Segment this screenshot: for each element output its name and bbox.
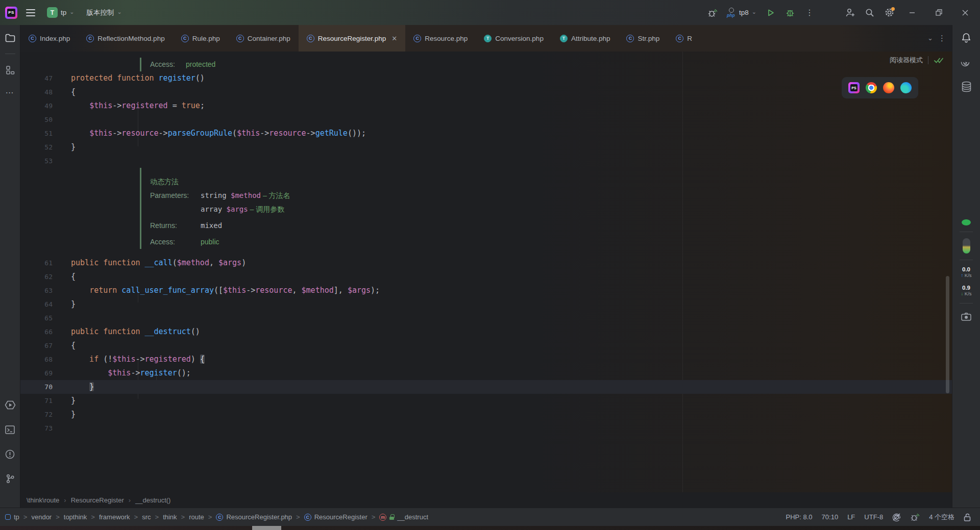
code-line[interactable]: 51 $this->resource->parseGroupRule($this…: [20, 127, 952, 140]
tab-Str.php[interactable]: CStr.php: [618, 25, 668, 52]
tab-Resource.php[interactable]: CResource.php: [405, 25, 476, 52]
hidden-tabs-chevron-icon[interactable]: ⌄: [927, 34, 933, 42]
code-line[interactable]: 50: [20, 113, 952, 127]
tab-Conversion.php[interactable]: TConversion.php: [476, 25, 552, 52]
encoding-widget[interactable]: UTF-8: [864, 513, 883, 521]
more-actions-button[interactable]: ⋮: [801, 5, 818, 20]
code-line[interactable]: 72}: [20, 408, 952, 421]
breadcrumb-item[interactable]: __destruct(): [135, 496, 170, 504]
code-line[interactable]: 61public function __call($method, $args): [20, 256, 952, 270]
breadcrumb-item[interactable]: ResourceRegister: [71, 496, 124, 504]
line-number[interactable]: 72: [20, 408, 69, 421]
project-widget[interactable]: T tp ⌄: [44, 5, 77, 20]
main-menu-button[interactable]: [22, 5, 39, 20]
status-path-item[interactable]: tp: [5, 513, 19, 521]
more-tool-windows-button[interactable]: ⋯: [4, 86, 17, 99]
status-path-item[interactable]: route: [189, 513, 204, 521]
annotations-disabled-widget[interactable]: [892, 513, 901, 521]
line-ending-widget[interactable]: LF: [847, 513, 855, 521]
code-line[interactable]: 73: [20, 421, 952, 435]
code-line[interactable]: 69 $this->register();: [20, 366, 952, 380]
code-line[interactable]: 64}: [20, 297, 952, 311]
code-line[interactable]: 70 }: [20, 380, 952, 394]
line-number[interactable]: 69: [20, 366, 69, 380]
code-line[interactable]: 67{: [20, 339, 952, 352]
line-number[interactable]: 65: [20, 311, 69, 325]
line-number[interactable]: 63: [20, 284, 69, 297]
line-number[interactable]: 50: [20, 113, 69, 127]
vcs-menu[interactable]: 版本控制 ⌄: [82, 5, 126, 20]
line-number[interactable]: 64: [20, 297, 69, 311]
status-path-item[interactable]: CResourceRegister.php: [216, 513, 292, 521]
status-path-item[interactable]: think: [163, 513, 177, 521]
tab-ResourceRegister.php[interactable]: CResourceRegister.php✕: [299, 25, 405, 52]
screenshot-button[interactable]: [960, 310, 973, 323]
tab-Index.php[interactable]: CIndex.php: [20, 25, 78, 52]
code-line[interactable]: 65: [20, 311, 952, 325]
code-line[interactable]: 52}: [20, 140, 952, 154]
run-configuration-select[interactable]: php tp8 ⌄: [724, 8, 760, 18]
line-number[interactable]: 62: [20, 270, 69, 284]
ai-assistant-button[interactable]: [960, 56, 973, 69]
line-number[interactable]: 68: [20, 352, 69, 366]
run-button[interactable]: [763, 5, 779, 20]
code-line[interactable]: 66public function __destruct(): [20, 325, 952, 339]
status-path-item[interactable]: topthink: [64, 513, 87, 521]
line-number[interactable]: 52: [20, 140, 69, 154]
code-line[interactable]: 62{: [20, 270, 952, 284]
line-number[interactable]: 73: [20, 421, 69, 435]
status-path-item[interactable]: framework: [99, 513, 130, 521]
tab-R[interactable]: CR: [668, 25, 700, 52]
settings-button[interactable]: [881, 5, 897, 20]
tab-Attribute.php[interactable]: TAttribute.php: [552, 25, 619, 52]
php-version-widget[interactable]: PHP: 8.0: [786, 513, 813, 521]
line-number[interactable]: 70: [20, 380, 69, 394]
status-path-item[interactable]: vendor: [31, 513, 52, 521]
code-line[interactable]: 47protected function register(): [20, 71, 952, 85]
terminal-tool-button[interactable]: [4, 423, 17, 436]
code-editor[interactable]: Access:protected47protected function reg…: [20, 52, 952, 492]
tab-close-icon[interactable]: ✕: [391, 35, 397, 42]
search-everywhere-button[interactable]: [862, 5, 878, 20]
status-path-item[interactable]: CResourceRegister: [304, 513, 368, 521]
notifications-button[interactable]: [960, 31, 973, 44]
code-with-me-button[interactable]: [842, 5, 859, 20]
code-line[interactable]: 48{: [20, 85, 952, 99]
code-line[interactable]: 63 return call_user_func_array([$this->r…: [20, 284, 952, 297]
git-tool-button[interactable]: [4, 472, 17, 485]
line-number[interactable]: 71: [20, 394, 69, 408]
minimize-button[interactable]: [900, 4, 924, 21]
close-button[interactable]: [953, 4, 977, 21]
restore-button[interactable]: [927, 4, 950, 21]
line-number[interactable]: 61: [20, 256, 69, 270]
code-line[interactable]: 71}: [20, 394, 952, 408]
readonly-toggle[interactable]: [964, 513, 971, 521]
indent-widget[interactable]: 4 个空格: [929, 513, 954, 522]
services-tool-button[interactable]: [4, 398, 17, 412]
tab-Container.php[interactable]: CContainer.php: [228, 25, 299, 52]
code-line[interactable]: 49 $this->registered = true;: [20, 99, 952, 113]
inspections-ok-icon[interactable]: [934, 57, 944, 64]
breadcrumb-item[interactable]: \think\route: [27, 496, 59, 504]
status-path-item[interactable]: src: [142, 513, 151, 521]
structure-tool-button[interactable]: [4, 63, 17, 77]
tab-Rule.php[interactable]: CRule.php: [173, 25, 228, 52]
line-number[interactable]: 53: [20, 154, 69, 168]
line-number[interactable]: 51: [20, 127, 69, 140]
line-number[interactable]: 48: [20, 85, 69, 99]
debug-listener-button[interactable]: [704, 5, 721, 20]
line-number[interactable]: 47: [20, 71, 69, 85]
reader-mode-toggle[interactable]: 阅读器模式: [890, 56, 923, 65]
line-number[interactable]: 66: [20, 325, 69, 339]
problems-tool-button[interactable]: [4, 447, 17, 461]
status-path-item[interactable]: m__destruct: [379, 513, 428, 521]
caret-position-widget[interactable]: 70:10: [822, 513, 839, 521]
project-tool-button[interactable]: [4, 31, 17, 44]
code-line[interactable]: 68 if (!$this->registered) {: [20, 352, 952, 366]
line-number[interactable]: 67: [20, 339, 69, 352]
code-line[interactable]: 53: [20, 154, 952, 168]
tab-options-icon[interactable]: ⋮: [938, 34, 946, 43]
tab-ReflectionMethod.php[interactable]: CReflectionMethod.php: [78, 25, 173, 52]
edge-browser-icon[interactable]: [900, 82, 912, 93]
line-number[interactable]: 49: [20, 99, 69, 113]
